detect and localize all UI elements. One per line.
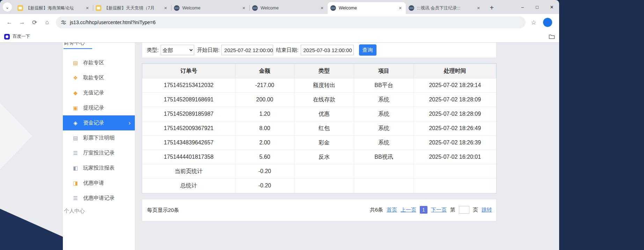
new-tab-button[interactable]: + bbox=[487, 3, 497, 13]
sidebar-section-personal[interactable]: 个人中心 bbox=[64, 208, 85, 214]
sidebar-item-funds-record[interactable]: ◈资金记录› bbox=[63, 115, 135, 130]
site-info-icon[interactable] bbox=[61, 20, 66, 25]
sidebar-item-label: 提现记录 bbox=[83, 105, 104, 111]
table-cell bbox=[414, 164, 496, 179]
sidebar-item-deposit-card[interactable]: ▤存款专区 bbox=[63, 55, 135, 70]
table-cell: 2025-07-02 18:26:49 bbox=[414, 121, 496, 136]
table-cell: 1751452009367921 bbox=[142, 121, 235, 136]
table-cell: 1751434839642657 bbox=[142, 136, 235, 150]
sidebar-item-promo-apply[interactable]: ◨优惠申请 bbox=[63, 176, 135, 191]
filter-panel: 类型: 全部 开始日期: 结束日期: 查询 bbox=[142, 43, 497, 58]
filter-row: 类型: 全部 开始日期: 结束日期: 查询 bbox=[142, 43, 496, 56]
start-date-input[interactable] bbox=[221, 45, 273, 55]
table-cell: -0.20 bbox=[235, 164, 294, 179]
tab-close-icon[interactable]: ✕ bbox=[476, 5, 481, 11]
minimize-button[interactable]: – bbox=[515, 0, 530, 14]
sidebar-item-cashout-record[interactable]: ▣提现记录 bbox=[63, 100, 135, 115]
recharge-record-icon: ◆ bbox=[72, 90, 79, 96]
yellow-favicon-icon bbox=[17, 5, 23, 11]
table-cell: 2025-07-02 16:20:01 bbox=[414, 150, 496, 164]
records-table-panel: 订单号金额类型项目处理时间 1751452153412032-217.00额度转… bbox=[142, 63, 497, 193]
browser-toolbar: ← → ⟳ ⌂ js13.cc/hhcp/usercenter.html?ini… bbox=[0, 14, 559, 31]
table-cell: 2025-07-02 18:28:09 bbox=[414, 93, 496, 107]
browser-tab[interactable]: Welcome✕ bbox=[249, 2, 328, 14]
table-cell: 反水 bbox=[294, 150, 354, 164]
browser-tab[interactable]: 【新提醒】海燕策略论坛✕ bbox=[15, 2, 93, 14]
promo-apply-record-icon: ☰ bbox=[72, 195, 79, 201]
sidebar-item-label: 玩家投注报表 bbox=[83, 165, 115, 171]
sidebar-item-label: 优惠申请记录 bbox=[83, 195, 115, 201]
type-select[interactable]: 全部 bbox=[161, 45, 194, 55]
address-bar[interactable]: js13.cc/hhcp/usercenter.html?iniType=6 bbox=[56, 16, 526, 28]
table-cell: 系统 bbox=[354, 107, 414, 121]
sidebar-item-lottery-bet-detail[interactable]: ▤彩票下注明细 bbox=[63, 130, 135, 145]
current-page-badge[interactable]: 1 bbox=[420, 206, 427, 214]
table-row: 总统计-0.20 bbox=[142, 179, 496, 193]
forward-button[interactable]: → bbox=[16, 16, 28, 28]
table-cell: -217.00 bbox=[235, 78, 294, 93]
table-cell: 1751452153412032 bbox=[142, 78, 235, 93]
prev-page-link[interactable]: 上一页 bbox=[401, 207, 416, 213]
tab-close-icon[interactable]: ✕ bbox=[163, 5, 168, 11]
browser-tab[interactable]: Welcome✕ bbox=[328, 2, 406, 14]
column-header: 金额 bbox=[235, 64, 294, 78]
table-cell: 1751452089168691 bbox=[142, 93, 235, 107]
close-window-button[interactable]: ✕ bbox=[544, 0, 559, 14]
tabs-container: 【新提醒】海燕策略论坛✕【新提醒】天天竞猜（7月✕Welcome✕Welcome… bbox=[15, 2, 484, 14]
column-header: 订单号 bbox=[142, 64, 235, 78]
sidebar: 财务中心 ▤存款专区❖取款专区◆充值记录▣提现记录◈资金记录›▤彩票下注明细☰厅… bbox=[63, 43, 135, 250]
browser-tab[interactable]: :::视讯 会员下注纪录:::✕ bbox=[406, 2, 484, 14]
sidebar-item-label: 取款专区 bbox=[83, 74, 104, 81]
sidebar-section-finance[interactable]: 财务中心 bbox=[64, 43, 85, 46]
tab-close-icon[interactable]: ✕ bbox=[319, 5, 325, 11]
table-cell: -0.20 bbox=[235, 179, 294, 193]
cashout-record-icon: ▣ bbox=[72, 105, 79, 111]
tab-close-icon[interactable]: ✕ bbox=[241, 5, 247, 11]
back-icon: ← bbox=[7, 19, 13, 26]
sidebar-item-label: 资金记录 bbox=[83, 120, 104, 126]
browser-tab[interactable]: Welcome✕ bbox=[171, 2, 249, 14]
table-row: 当前页统计-0.20 bbox=[142, 164, 496, 179]
back-button[interactable]: ← bbox=[3, 16, 15, 28]
chevron-right-icon: › bbox=[129, 120, 131, 127]
maximize-button[interactable]: □ bbox=[530, 0, 544, 14]
table-row: 17514520093679218.00红包系统2025-07-02 18:26… bbox=[142, 121, 496, 136]
chevron-down-icon: ⌄ bbox=[6, 5, 9, 10]
sidebar-item-recharge-record[interactable]: ◆充值记录 bbox=[63, 85, 135, 100]
jump-button[interactable]: 跳转 bbox=[482, 207, 492, 213]
reload-button[interactable]: ⟳ bbox=[29, 16, 41, 28]
tab-close-icon[interactable]: ✕ bbox=[85, 5, 90, 11]
bookmark-item-baidu[interactable]: 百度一下 bbox=[4, 34, 30, 40]
search-button[interactable]: 查询 bbox=[359, 44, 376, 56]
bookmark-star-button[interactable]: ☆ bbox=[528, 17, 539, 28]
sidebar-item-withdraw-money[interactable]: ❖取款专区 bbox=[63, 70, 135, 85]
table-cell: 彩金 bbox=[294, 136, 354, 150]
table-header-row: 订单号金额类型项目处理时间 bbox=[142, 64, 496, 78]
star-icon: ☆ bbox=[531, 19, 536, 26]
baidu-favicon-icon bbox=[4, 34, 10, 40]
sidebar-item-promo-apply-record[interactable]: ☰优惠申请记录 bbox=[63, 191, 135, 206]
next-page-link[interactable]: 下一页 bbox=[431, 207, 447, 213]
bookmarks-folder-button[interactable] bbox=[549, 34, 555, 40]
sidebar-item-player-bet-report[interactable]: ◧玩家投注报表 bbox=[63, 160, 135, 176]
jump-page-input[interactable] bbox=[459, 206, 469, 214]
end-date-input[interactable] bbox=[301, 45, 354, 55]
profile-avatar[interactable] bbox=[543, 18, 552, 27]
browser-tab[interactable]: 【新提醒】天天竞猜（7月✕ bbox=[93, 2, 171, 14]
yellow-favicon-icon bbox=[96, 5, 101, 11]
sidebar-item-hall-bet-record[interactable]: ☰厅室投注记录 bbox=[63, 145, 135, 160]
deposit-card-icon: ▤ bbox=[72, 60, 79, 66]
table-cell: 2.00 bbox=[235, 136, 294, 150]
sidebar-section-underline bbox=[64, 48, 92, 49]
table-cell: 总统计 bbox=[142, 179, 235, 193]
sidebar-item-label: 彩票下注明细 bbox=[83, 135, 115, 141]
page-viewport: 财务中心 ▤存款专区❖取款专区◆充值记录▣提现记录◈资金记录›▤彩票下注明细☰厅… bbox=[0, 43, 559, 250]
first-page-link[interactable]: 首页 bbox=[387, 207, 397, 213]
tab-title: :::视讯 会员下注纪录::: bbox=[417, 5, 473, 11]
folder-icon bbox=[549, 34, 555, 40]
tab-close-icon[interactable]: ✕ bbox=[397, 5, 403, 11]
tab-search-button[interactable]: ⌄ bbox=[3, 2, 12, 12]
home-button[interactable]: ⌂ bbox=[41, 16, 53, 28]
tab-title: 【新提醒】天天竞猜（7月 bbox=[104, 5, 160, 11]
hall-bet-record-icon: ☰ bbox=[72, 150, 79, 156]
